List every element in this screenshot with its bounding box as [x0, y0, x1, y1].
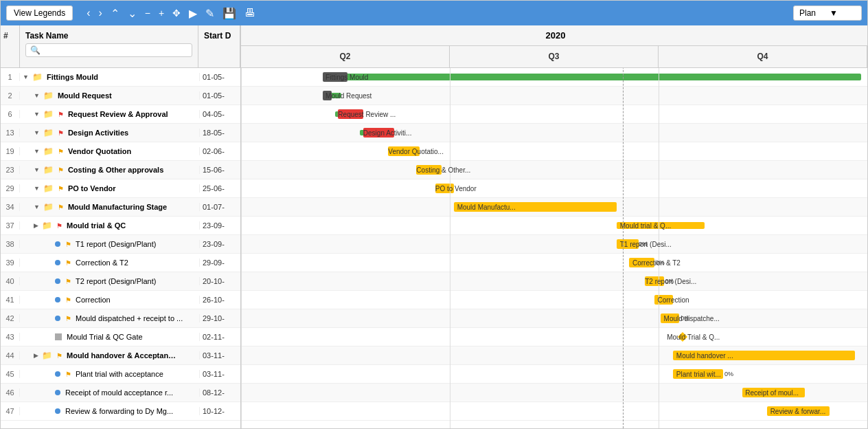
expand-icon[interactable]: ▼ [34, 92, 40, 99]
plan-dropdown[interactable]: Plan ▼ [793, 6, 862, 21]
toolbar: View Legends ‹ › ⌃ ⌄ − + ✥ ▶ ✎ 💾 🖶 Plan … [1, 1, 867, 25]
task-name-text: Mould Request [58, 91, 112, 100]
search-input[interactable] [43, 46, 187, 54]
row-name: Receipt of mould acceptance r... [20, 388, 199, 397]
gantt-bar-label: Receipt of moul... [745, 389, 799, 397]
task-dot-icon [55, 241, 60, 247]
gantt-year-row: 2020 [241, 25, 867, 46]
task-name-text: PO to Vendor [68, 184, 116, 192]
flag-yellow-icon: ⚑ [65, 315, 71, 322]
task-row: 38⚑T1 report (Design/Plant)23-09- [1, 235, 240, 254]
expand-icon[interactable]: ▼ [23, 74, 29, 80]
task-name-text: Mould Trial & QC Gate [67, 333, 143, 341]
gantt-row: Receipt of moul... [241, 384, 867, 402]
expand-icon[interactable]: ▶ [34, 352, 38, 359]
row-name: ▼📁⚑Mould Manufacturing Stage [20, 202, 199, 212]
task-dot-icon [55, 297, 60, 302]
gantt-grid-line [241, 68, 242, 428]
nav-next-button[interactable]: › [96, 6, 105, 21]
row-name: ⚑T2 report (Design/Plant) [20, 277, 199, 285]
task-name-header: Task Name 🔍 [20, 25, 198, 67]
zoom-in-button[interactable]: + [156, 6, 167, 21]
row-start-date: 25-06- [199, 184, 240, 192]
row-number: 23 [1, 166, 20, 174]
row-name: ▼📁⚑Request Review & Approval [20, 109, 199, 119]
task-row: 47Review & forwarding to Dy Mg...10-12- [1, 402, 240, 421]
expand-icon[interactable]: ▼ [34, 204, 40, 210]
flag-yellow-icon: ⚑ [58, 185, 64, 192]
expand-icon[interactable]: ▼ [34, 111, 40, 118]
flag-yellow-icon: ⚑ [58, 166, 64, 174]
gantt-bar-label: Vendor Quotatio... [388, 148, 444, 155]
gantt-row: Correction [241, 291, 867, 309]
gantt-bar-label: Request Review ... [338, 111, 396, 118]
nav-controls: ‹ › ⌃ ⌄ − + ✥ ▶ ✎ 💾 🖶 [84, 6, 258, 21]
gantt-bar-percent: 0% [681, 315, 689, 322]
gantt-header: 2020 Q2Q3Q4 [241, 25, 867, 68]
gantt-body: Fittings MouldMould RequestRequest Revie… [241, 68, 867, 428]
row-name: ⚑Mould dispatched + receipt to ... [20, 314, 199, 322]
task-name-text: Fittings Mould [47, 73, 98, 81]
flag-red-icon: ⚑ [58, 111, 64, 118]
folder-yellow-icon: 📁 [43, 128, 54, 138]
save-button[interactable]: 💾 [220, 6, 239, 21]
flag-yellow-icon: ⚑ [65, 241, 71, 248]
row-start-date: 29-10- [199, 314, 240, 322]
row-number: 39 [1, 258, 20, 267]
flag-yellow-icon: ⚑ [58, 148, 64, 155]
row-name: ⚑T1 report (Design/Plant) [20, 240, 199, 248]
task-name-text: Vendor Quotation [68, 147, 131, 155]
monitor-button[interactable]: ▶ [186, 6, 200, 21]
gantt-grid-line [450, 68, 450, 428]
folder-yellow-icon: 📁 [43, 146, 54, 156]
gantt-grid-line [659, 68, 659, 428]
edit-button[interactable]: ✎ [203, 6, 217, 21]
nav-down-button[interactable]: ⌄ [125, 6, 139, 21]
task-row: 2▼📁Mould Request01-05- [1, 87, 240, 105]
folder-yellow-icon: 📁 [42, 221, 52, 230]
search-box[interactable]: 🔍 [25, 43, 192, 57]
gantt-row: Mould handover ... [241, 346, 867, 365]
gantt-row: Fittings Mould [241, 68, 867, 87]
print-button[interactable]: 🖶 [242, 6, 258, 21]
expand-icon[interactable]: ▼ [34, 148, 40, 155]
search-icon: 🔍 [30, 45, 41, 55]
task-name-text: Costing & Other approvals [68, 166, 163, 174]
row-start-date: 01-05- [199, 91, 240, 100]
gantt-bar-label: Mould Manufactu... [457, 204, 516, 211]
task-name-text: Design Activities [68, 129, 128, 137]
row-name: ▶📁⚑Mould trial & QC [20, 221, 199, 230]
task-name-text: Receipt of mould acceptance r... [65, 388, 173, 397]
flag-yellow-icon: ⚑ [56, 352, 62, 360]
row-start-date: 08-12- [199, 388, 240, 397]
task-row: 37▶📁⚑Mould trial & QC23-09- [1, 217, 240, 235]
row-start-date: 23-09- [199, 221, 240, 230]
fit-button[interactable]: ✥ [170, 6, 183, 21]
gantt-row: Mould Request [241, 87, 867, 105]
gantt-bar-percent: 0% [724, 371, 733, 377]
gantt-year-label: 2020 [244, 30, 867, 41]
folder-yellow-icon: 📁 [42, 351, 52, 360]
expand-icon[interactable]: ▼ [34, 129, 40, 136]
expand-icon[interactable]: ▶ [34, 222, 38, 229]
folder-yellow-icon: 📁 [43, 165, 54, 175]
row-start-date: 15-06- [199, 166, 240, 174]
task-rows: 1▼📁Fittings Mould01-05-2▼📁Mould Request0… [1, 68, 240, 428]
task-dot-icon [55, 278, 60, 284]
view-legends-button[interactable]: View Legends [6, 6, 73, 21]
row-number: 40 [1, 277, 20, 285]
task-name-text: Mould handover & Acceptance ... [67, 351, 176, 360]
row-number: 37 [1, 221, 20, 230]
gantt-row: Vendor Quotatio... [241, 142, 867, 161]
task-header: # Task Name 🔍 Start D [1, 25, 240, 68]
nav-up-button[interactable]: ⌃ [108, 6, 122, 21]
expand-icon[interactable]: ▼ [34, 185, 40, 192]
row-number: 45 [1, 370, 20, 378]
folder-yellow-icon: 📁 [43, 109, 54, 119]
task-name-text: T2 report (Design/Plant) [76, 277, 156, 285]
zoom-out-button[interactable]: − [142, 6, 153, 21]
expand-icon[interactable]: ▼ [34, 166, 40, 173]
nav-prev-button[interactable]: ‹ [84, 6, 93, 21]
gantt-bar-label: Mould Request [326, 92, 372, 100]
task-row: 19▼📁⚑Vendor Quotation02-06- [1, 142, 240, 161]
